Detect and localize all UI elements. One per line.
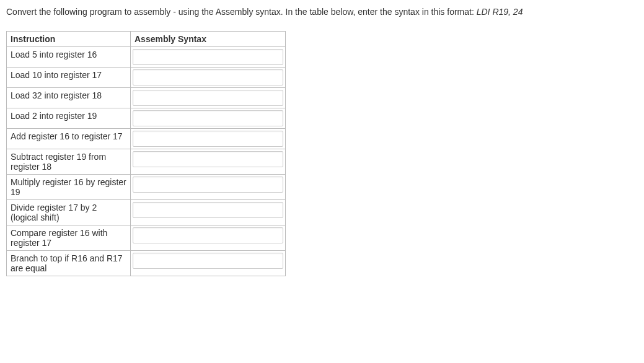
table-row: Divide register 17 by 2 (logical shift) xyxy=(7,199,286,225)
assembly-input[interactable] xyxy=(133,131,283,147)
assembly-input[interactable] xyxy=(133,90,283,106)
syntax-cell xyxy=(131,225,286,250)
instruction-cell: Load 2 into register 19 xyxy=(7,108,131,128)
assembly-input[interactable] xyxy=(133,69,283,85)
instruction-cell: Load 10 into register 17 xyxy=(7,67,131,87)
instruction-cell: Branch to top if R16 and R17 are equal xyxy=(7,250,131,276)
instruction-cell: Divide register 17 by 2 (logical shift) xyxy=(7,199,131,225)
prompt-example: LDI R19, 24 xyxy=(477,7,523,17)
assembly-input[interactable] xyxy=(133,202,283,218)
question-prompt: Convert the following program to assembl… xyxy=(6,6,638,19)
table-row: Load 2 into register 19 xyxy=(7,108,286,128)
prompt-text-main: Convert the following program to assembl… xyxy=(6,7,477,17)
instruction-cell: Compare register 16 with register 17 xyxy=(7,225,131,250)
header-instruction: Instruction xyxy=(7,31,131,46)
syntax-cell xyxy=(131,67,286,87)
instruction-cell: Add register 16 to register 17 xyxy=(7,128,131,149)
syntax-cell xyxy=(131,199,286,225)
assembly-input[interactable] xyxy=(133,227,283,243)
assembly-input[interactable] xyxy=(133,110,283,126)
instruction-cell: Load 32 into register 18 xyxy=(7,87,131,108)
syntax-cell xyxy=(131,174,286,199)
instruction-cell: Multiply register 16 by register 19 xyxy=(7,174,131,199)
table-row: Load 32 into register 18 xyxy=(7,87,286,108)
syntax-cell xyxy=(131,87,286,108)
header-assembly-syntax: Assembly Syntax xyxy=(131,31,286,46)
table-row: Multiply register 16 by register 19 xyxy=(7,174,286,199)
syntax-cell xyxy=(131,128,286,149)
table-row: Compare register 16 with register 17 xyxy=(7,225,286,250)
instruction-cell: Subtract register 19 from register 18 xyxy=(7,149,131,174)
instruction-cell: Load 5 into register 16 xyxy=(7,46,131,67)
assembly-table: Instruction Assembly Syntax Load 5 into … xyxy=(6,31,286,276)
syntax-cell xyxy=(131,250,286,276)
table-row: Add register 16 to register 17 xyxy=(7,128,286,149)
syntax-cell xyxy=(131,149,286,174)
table-header-row: Instruction Assembly Syntax xyxy=(7,31,286,46)
table-row: Branch to top if R16 and R17 are equal xyxy=(7,250,286,276)
table-row: Subtract register 19 from register 18 xyxy=(7,149,286,174)
assembly-input[interactable] xyxy=(133,49,283,65)
table-row: Load 5 into register 16 xyxy=(7,46,286,67)
syntax-cell xyxy=(131,108,286,128)
assembly-input[interactable] xyxy=(133,253,283,269)
assembly-input[interactable] xyxy=(133,177,283,193)
assembly-input[interactable] xyxy=(133,151,283,167)
syntax-cell xyxy=(131,46,286,67)
table-row: Load 10 into register 17 xyxy=(7,67,286,87)
